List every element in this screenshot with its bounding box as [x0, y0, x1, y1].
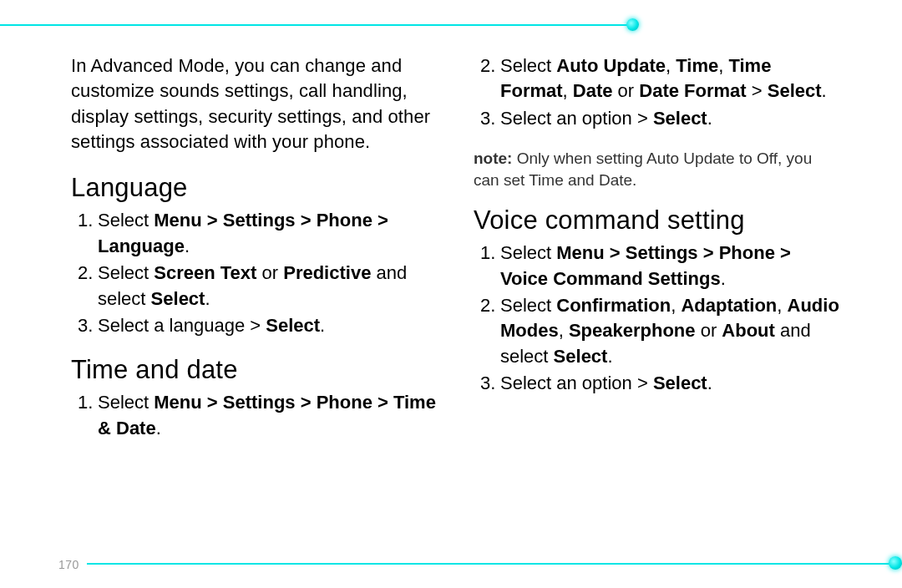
intro-text: In Advanced Mode, you can change and cus…	[71, 53, 438, 155]
language-steps: Select Menu > Settings > Phone > Languag…	[78, 208, 438, 338]
heading-language: Language	[71, 173, 438, 203]
list-item: Select an option > Select.	[480, 106, 841, 131]
rule-line	[0, 24, 629, 26]
list-item: Select Screen Text or Predictive and sel…	[78, 261, 438, 312]
right-column: Select Auto Update, Time, Time Format, D…	[474, 53, 841, 458]
list-item: Select Menu > Settings > Phone > Voice C…	[480, 241, 841, 291]
bead-icon	[626, 18, 639, 31]
list-item: Select Auto Update, Time, Time Format, D…	[480, 53, 841, 104]
heading-timedate: Time and date	[71, 355, 438, 385]
list-item: Select Menu > Settings > Phone > Time & …	[78, 390, 438, 441]
top-rule	[0, 23, 902, 26]
manual-page: In Advanced Mode, you can change and cus…	[0, 0, 902, 588]
list-item: Select Confirmation, Adaptation, Audio M…	[480, 293, 841, 369]
bead-icon	[889, 556, 902, 570]
page-number: 170	[58, 558, 79, 571]
timedate-steps-b: Select Auto Update, Time, Time Format, D…	[480, 53, 841, 131]
list-item: Select Menu > Settings > Phone > Languag…	[78, 208, 438, 259]
rule-line	[87, 563, 902, 565]
note-text: note: Only when setting Auto Update to O…	[474, 148, 841, 190]
voice-steps: Select Menu > Settings > Phone > Voice C…	[480, 241, 841, 396]
list-item: Select a language > Select.	[78, 313, 438, 338]
content-columns: In Advanced Mode, you can change and cus…	[71, 53, 844, 458]
heading-voice: Voice command setting	[474, 205, 841, 236]
left-column: In Advanced Mode, you can change and cus…	[71, 53, 438, 458]
list-item: Select an option > Select.	[480, 371, 841, 396]
timedate-steps-a: Select Menu > Settings > Phone > Time & …	[78, 390, 438, 441]
bottom-rule	[0, 562, 902, 565]
